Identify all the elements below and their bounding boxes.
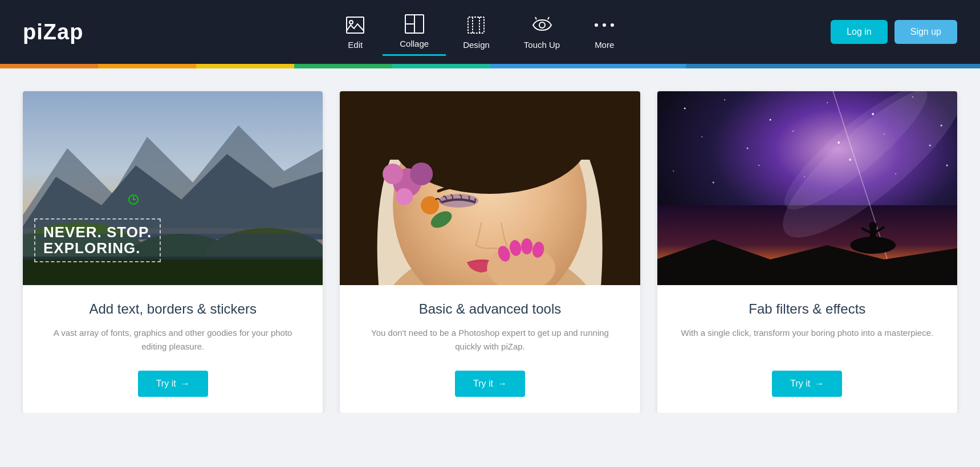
svg-point-35: [521, 238, 532, 254]
eye-icon: [532, 15, 552, 35]
svg-point-40: [724, 99, 725, 100]
card-3-image: [657, 91, 957, 285]
nav-label-design: Design: [463, 40, 490, 50]
svg-point-27: [410, 163, 433, 185]
color-bar-7: [686, 64, 980, 68]
svg-point-52: [673, 170, 674, 172]
main-nav: Edit Collage Design: [129, 8, 831, 56]
color-bar-1: [0, 64, 98, 68]
nav-item-touchup[interactable]: Touch Up: [507, 9, 577, 55]
nav-label-touchup: Touch Up: [524, 40, 560, 50]
svg-point-47: [746, 148, 748, 149]
card-3: Fab filters & effects With a single clic…: [657, 91, 957, 413]
svg-point-11: [611, 23, 614, 27]
card-2: Basic & advanced tools You don't need to…: [340, 91, 640, 413]
card-3-desc: With a single click, transform your bori…: [674, 326, 940, 355]
color-bar-3: [196, 64, 294, 68]
nav-item-design[interactable]: Design: [446, 9, 507, 55]
cards-grid: NEVER. STOP.EXPLORING. Add text, borders…: [23, 91, 957, 413]
svg-point-10: [603, 23, 606, 27]
nav-item-collage[interactable]: Collage: [383, 8, 446, 56]
svg-point-9: [595, 23, 598, 27]
arrow-right-icon: →: [181, 379, 190, 389]
svg-rect-65: [870, 228, 876, 244]
nav-label-collage: Collage: [400, 39, 429, 48]
login-button[interactable]: Log in: [831, 20, 888, 44]
color-bar-4: [294, 64, 392, 68]
card-1-title: Add text, borders & stickers: [40, 301, 306, 317]
nav-label-edit: Edit: [348, 40, 363, 50]
site-header: piZap Edit Collage: [0, 0, 980, 64]
svg-point-28: [396, 188, 413, 205]
svg-point-8: [539, 22, 545, 28]
svg-point-42: [827, 102, 828, 103]
svg-point-31: [438, 194, 478, 208]
color-bar-6: [490, 64, 686, 68]
svg-point-39: [684, 108, 685, 109]
logo-text: piZap: [23, 20, 83, 44]
svg-point-1: [349, 21, 353, 24]
image-icon: [345, 15, 365, 35]
rotate-icon: [128, 194, 139, 205]
svg-rect-0: [347, 17, 364, 33]
nav-item-more[interactable]: More: [577, 9, 632, 55]
card-1-desc: A vast array of fonts, graphics and othe…: [40, 326, 306, 355]
svg-point-26: [383, 164, 403, 184]
card-1: NEVER. STOP.EXPLORING. Add text, borders…: [23, 91, 323, 413]
arrow-right-icon-3: →: [815, 379, 824, 389]
color-bar-5: [392, 64, 490, 68]
svg-point-46: [701, 136, 702, 137]
card-2-body: Basic & advanced tools You don't need to…: [340, 285, 640, 413]
svg-point-68: [869, 222, 877, 230]
design-icon: [466, 15, 486, 35]
card-2-desc: You don't need to be a Photoshop expert …: [357, 326, 623, 355]
color-bar: [0, 64, 980, 68]
site-logo[interactable]: piZap: [23, 20, 83, 44]
svg-point-41: [769, 119, 771, 121]
card-1-image: NEVER. STOP.EXPLORING.: [23, 91, 323, 285]
nav-item-edit[interactable]: Edit: [328, 9, 383, 55]
main-content: NEVER. STOP.EXPLORING. Add text, borders…: [0, 68, 980, 413]
color-bar-2: [98, 64, 196, 68]
collage-icon: [404, 14, 425, 34]
card-2-image: [340, 91, 640, 285]
card-1-body: Add text, borders & stickers A vast arra…: [23, 285, 323, 413]
card-1-try-button[interactable]: Try it →: [138, 371, 208, 397]
dots-icon: [594, 15, 615, 35]
svg-rect-5: [468, 17, 484, 33]
card-1-overlay-text: NEVER. STOP.EXPLORING.: [34, 218, 161, 262]
card-2-try-button[interactable]: Try it →: [455, 371, 525, 397]
svg-point-53: [712, 182, 714, 184]
signup-button[interactable]: Sign up: [894, 20, 957, 44]
svg-point-48: [792, 131, 794, 132]
card-3-title: Fab filters & effects: [674, 301, 940, 317]
auth-buttons: Log in Sign up: [831, 20, 957, 44]
card-2-title: Basic & advanced tools: [357, 301, 623, 317]
card-3-try-button[interactable]: Try it →: [772, 371, 842, 397]
nav-label-more: More: [595, 40, 614, 50]
card-3-body: Fab filters & effects With a single clic…: [657, 285, 957, 413]
arrow-right-icon-2: →: [498, 379, 507, 389]
svg-point-58: [946, 165, 948, 167]
svg-point-54: [758, 165, 759, 166]
